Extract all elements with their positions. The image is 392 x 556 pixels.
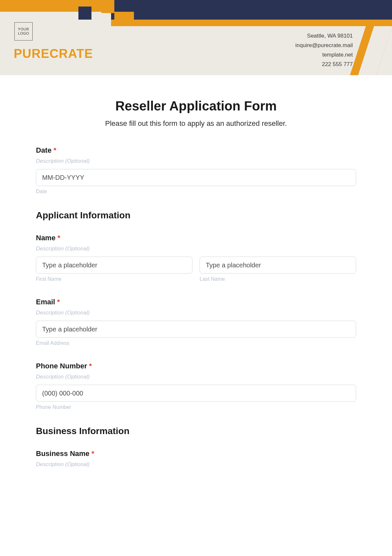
section-business-info: Business Information <box>36 426 356 436</box>
date-input[interactable] <box>36 169 356 186</box>
decor-shape <box>78 7 91 20</box>
logo-placeholder: YOUR LOGO <box>14 22 33 41</box>
contact-phone: 222 555 777 <box>295 60 353 69</box>
form-container: Reseller Application Form Please fill ou… <box>0 75 392 485</box>
first-name-sublabel: First Name <box>36 276 192 282</box>
last-name-sublabel: Last Name <box>200 276 356 282</box>
field-business-name: Business Name * Description (Optional) <box>36 449 356 468</box>
form-title: Reseller Application Form <box>36 99 356 113</box>
brand-name: PURECRATE <box>14 47 93 61</box>
decor-shape <box>101 0 114 13</box>
phone-description: Description (Optional) <box>36 374 356 380</box>
contact-block: Seattle, WA 98101 inquire@purecrate.mail… <box>295 31 353 69</box>
email-description: Description (Optional) <box>36 310 356 316</box>
decor-shape <box>111 0 392 20</box>
decor-shape <box>114 12 134 20</box>
field-email: Email * Description (Optional) Email Add… <box>36 298 356 346</box>
field-name: Name * Description (Optional) First Name… <box>36 234 356 282</box>
name-description: Description (Optional) <box>36 245 356 252</box>
header-banner: YOUR LOGO PURECRATE Seattle, WA 98101 in… <box>0 0 392 75</box>
section-applicant-info: Applicant Information <box>36 210 356 221</box>
required-mark: * <box>54 146 57 154</box>
phone-label: Phone Number * <box>36 362 356 370</box>
contact-site: template.net <box>295 50 353 60</box>
date-sublabel: Date <box>36 189 356 194</box>
date-label: Date * <box>36 146 356 155</box>
business-name-label: Business Name * <box>36 449 356 458</box>
form-subtitle: Please fill out this form to apply as an… <box>36 119 356 128</box>
required-mark: * <box>91 449 94 458</box>
first-name-input[interactable] <box>36 257 192 274</box>
logo-text: YOUR LOGO <box>18 27 29 36</box>
decor-shape <box>111 20 392 26</box>
date-description: Description (Optional) <box>36 158 356 164</box>
email-input[interactable] <box>36 321 356 338</box>
last-name-input[interactable] <box>200 257 356 274</box>
contact-address: Seattle, WA 98101 <box>295 31 353 41</box>
field-phone: Phone Number * Description (Optional) Ph… <box>36 362 356 410</box>
business-name-description: Description (Optional) <box>36 461 356 468</box>
email-label: Email * <box>36 298 356 306</box>
phone-input[interactable] <box>36 385 356 402</box>
required-mark: * <box>57 298 60 306</box>
phone-sublabel: Phone Number <box>36 404 356 410</box>
required-mark: * <box>57 234 60 242</box>
email-sublabel: Email Address <box>36 340 356 346</box>
required-mark: * <box>89 362 92 370</box>
field-date: Date * Description (Optional) Date <box>36 146 356 194</box>
name-label: Name * <box>36 234 356 242</box>
contact-email: inquire@purecrate.mail <box>295 41 353 50</box>
